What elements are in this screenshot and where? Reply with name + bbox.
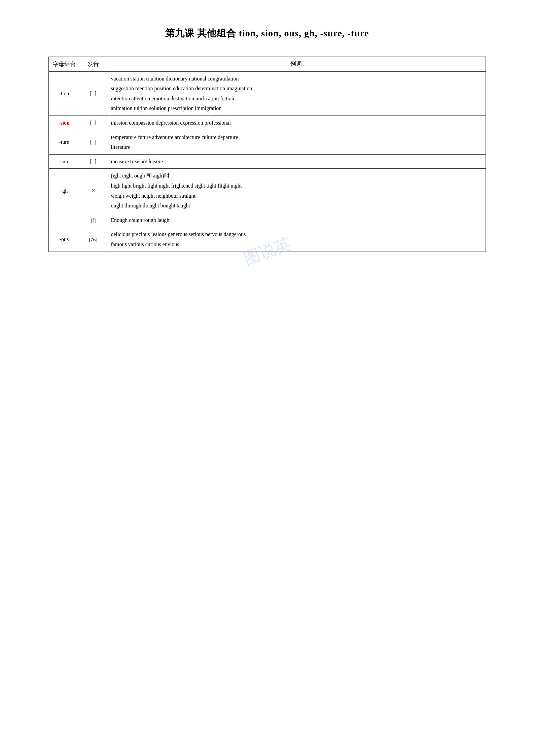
table-row: [f]Enough cough rough laugh <box>48 213 486 227</box>
title-latin: tion, sion, ous, gh, -sure, -ture <box>239 28 369 38</box>
examples-cell: mission compassion depression expression… <box>107 116 486 130</box>
header-examples: 例词 <box>107 57 486 72</box>
examples-line: ought through thought bought taught <box>111 201 482 211</box>
examples-line: high light bright fight night frightened… <box>111 181 482 191</box>
examples-line: (igh, eigh, ough 和 aigh)时 <box>111 171 482 181</box>
table-row: -ous[əs]delicious precious jealous gener… <box>48 227 486 252</box>
examples-line: intention attention emotion destination … <box>111 94 482 104</box>
header-pron: 发音 <box>80 57 107 72</box>
examples-line: vacation station tradition dictionary na… <box>111 74 482 84</box>
pron-cell: [ ] <box>80 154 107 169</box>
examples-line: animation tuition solution prescription … <box>111 103 482 113</box>
table-container: 字母组合 发音 例词 -tion[ ]vacation station trad… <box>20 57 514 252</box>
examples-line: mission compassion depression expression… <box>111 118 482 128</box>
pron-cell: [ ] <box>80 116 107 130</box>
title-chinese: 第九课 其他组合 <box>165 28 236 38</box>
examples-line: delicious precious jealous generous seri… <box>111 229 482 239</box>
examples-line: suggestion mention position education de… <box>111 84 482 94</box>
combo-cell: -ous <box>48 227 80 252</box>
pron-cell: [ ] <box>80 71 107 116</box>
examples-cell: delicious precious jealous generous seri… <box>107 227 486 252</box>
examples-cell: Enough cough rough laugh <box>107 213 486 227</box>
combo-cell: -sion <box>48 116 80 130</box>
combo-cell <box>48 213 80 227</box>
pron-cell: [əs] <box>80 227 107 252</box>
table-row: -sure[ ]measure treasure leisure <box>48 154 486 169</box>
pron-cell: [f] <box>80 213 107 227</box>
examples-cell: (igh, eigh, ough 和 aigh)时high light brig… <box>107 169 486 213</box>
pron-cell: [ ] <box>80 130 107 154</box>
combo-cell: -sure <box>48 154 80 169</box>
combo-cell: -ture <box>48 130 80 154</box>
combo-cell: -tion <box>48 71 80 116</box>
examples-line: measure treasure leisure <box>111 157 482 167</box>
examples-line: famous various curious envious <box>111 239 482 250</box>
examples-line: Enough cough rough laugh <box>111 215 482 225</box>
examples-line: temperature future adventure architectur… <box>111 132 482 142</box>
vocabulary-table: 字母组合 发音 例词 -tion[ ]vacation station trad… <box>48 57 486 252</box>
examples-line: literature <box>111 142 482 152</box>
table-row: -tion[ ]vacation station tradition dicti… <box>48 71 486 116</box>
header-combo: 字母组合 <box>48 57 80 72</box>
examples-cell: vacation station tradition dictionary na… <box>107 71 486 116</box>
table-row: -ture[ ]temperature future adventure arc… <box>48 130 486 154</box>
combo-cell: -gh <box>48 169 80 213</box>
examples-line: weigh weight height neighbour straight <box>111 191 482 201</box>
table-row: -sion[ ]mission compassion depression ex… <box>48 116 486 130</box>
table-row: -gh×(igh, eigh, ough 和 aigh)时high light … <box>48 169 486 213</box>
examples-cell: measure treasure leisure <box>107 154 486 169</box>
pron-cell: × <box>80 169 107 213</box>
examples-cell: temperature future adventure architectur… <box>107 130 486 154</box>
page-title: 第九课 其他组合 tion, sion, ous, gh, -sure, -tu… <box>20 27 514 40</box>
